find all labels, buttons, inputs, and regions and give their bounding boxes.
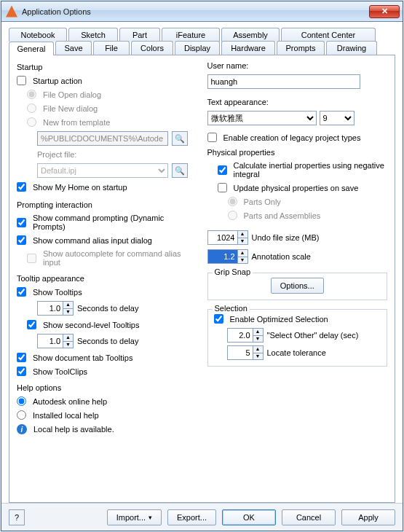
second-level-checkbox[interactable] <box>27 320 36 329</box>
spin-up[interactable]: ▲ <box>253 346 263 353</box>
tab-part[interactable]: Part <box>119 28 160 42</box>
spin-down[interactable]: ▼ <box>253 336 263 343</box>
update-on-save-checkbox[interactable] <box>218 183 227 192</box>
tab-prompts[interactable]: Prompts <box>277 41 325 55</box>
toolclips-checkbox[interactable] <box>17 367 26 376</box>
locate-tol-label: Locate tolerance <box>267 348 326 357</box>
username-label: User name: <box>207 61 388 70</box>
apply-button[interactable]: Apply <box>341 509 395 525</box>
file-open-label: File Open dialog <box>43 90 101 99</box>
import-button[interactable]: Import... ▾ <box>107 509 162 525</box>
undo-input[interactable] <box>208 231 237 244</box>
ok-button[interactable]: OK <box>222 509 276 525</box>
toolclips-label: Show ToolClips <box>33 367 87 376</box>
select-other-input[interactable] <box>228 329 253 342</box>
show-tooltips-checkbox[interactable] <box>17 287 26 297</box>
locate-tol-row: ▲▼ Locate tolerance <box>227 345 381 360</box>
parts-only-radio <box>228 197 237 206</box>
spin-up[interactable]: ▲ <box>63 302 73 309</box>
help-online-radio[interactable] <box>17 396 26 406</box>
parts-only-label: Parts Only <box>244 197 281 206</box>
project-browse-button[interactable]: 🔍 <box>172 163 188 178</box>
enable-optimized-checkbox[interactable] <box>214 314 223 324</box>
annotation-row: ▲▼ Annotation scale <box>207 249 388 264</box>
tab-notebook[interactable]: Notebook <box>9 28 67 42</box>
spin-up[interactable]: ▲ <box>238 250 247 257</box>
tab-content-center[interactable]: Content Center <box>281 28 376 42</box>
tab-display[interactable]: Display <box>175 41 220 55</box>
select-other-spinner[interactable]: ▲▼ <box>227 328 264 343</box>
username-field[interactable] <box>207 74 360 89</box>
font-combo[interactable]: 微软雅黑 <box>207 111 317 125</box>
spin-down[interactable]: ▼ <box>63 342 73 348</box>
enable-legacy-checkbox[interactable] <box>207 133 217 142</box>
locate-tol-spinner[interactable]: ▲▼ <box>227 345 264 360</box>
spin-up[interactable]: ▲ <box>253 329 263 336</box>
tab-file[interactable]: File <box>93 41 130 55</box>
enable-optimized-label: Enable Optimized Selection <box>230 315 328 324</box>
tabrow-bottom: GeneralSaveFileColorsDisplayHardwareProm… <box>9 41 395 55</box>
locate-tol-input[interactable] <box>228 346 253 359</box>
startup-action-check[interactable]: Startup action <box>17 76 197 85</box>
tab-drawing[interactable]: Drawing <box>326 41 377 55</box>
startup-action-label: Startup action <box>33 77 82 85</box>
spin-up[interactable]: ▲ <box>63 335 73 342</box>
export-button[interactable]: Export... <box>167 509 216 525</box>
template-browse-button[interactable]: 🔍 <box>172 131 188 146</box>
tooltip-delay1-input[interactable] <box>38 302 63 315</box>
command-prompting-checkbox[interactable] <box>17 218 26 227</box>
enable-optimized-row[interactable]: Enable Optimized Selection <box>214 314 381 324</box>
tab-general[interactable]: General <box>9 42 54 55</box>
tooltip-delay2-spinner[interactable]: ▲▼ <box>37 334 74 348</box>
tab-colors[interactable]: Colors <box>131 41 173 55</box>
file-new-radio <box>27 103 36 113</box>
calc-inertial-row[interactable]: Calculate inertial properties using nega… <box>218 161 388 179</box>
toolclips-row[interactable]: Show ToolClips <box>17 367 197 376</box>
tooltip-delay1-label: Seconds to delay <box>77 304 138 313</box>
font-size-combo[interactable]: 9 <box>320 111 355 125</box>
tab-save[interactable]: Save <box>55 41 92 55</box>
tab-ifeature[interactable]: iFeature <box>162 28 220 42</box>
spin-down[interactable]: ▼ <box>63 309 73 316</box>
startup-title: Startup <box>17 63 197 71</box>
update-on-save-row[interactable]: Update physical properties on save <box>218 183 388 192</box>
help-local-radio[interactable] <box>17 410 26 420</box>
doc-tab-tooltips-checkbox[interactable] <box>17 353 26 362</box>
selection-group: Selection Enable Optimized Selection ▲▼ … <box>207 309 388 367</box>
startup-action-checkbox[interactable] <box>17 76 26 85</box>
calc-inertial-label: Calculate inertial properties using nega… <box>234 161 388 179</box>
alias-dialog-row[interactable]: Show command alias input dialog <box>17 235 197 245</box>
spin-down[interactable]: ▼ <box>238 257 247 264</box>
show-home-row[interactable]: Show My Home on startup <box>17 182 197 192</box>
enable-legacy-row[interactable]: Enable creation of legacy project types <box>207 133 388 142</box>
show-tooltips-row[interactable]: Show Tooltips <box>17 287 197 297</box>
doc-tab-tooltips-row[interactable]: Show document tab Tooltips <box>17 353 197 362</box>
annotation-input[interactable] <box>208 250 237 263</box>
annotation-spinner[interactable]: ▲▼ <box>207 249 248 264</box>
grip-snap-options-button[interactable]: Options... <box>271 278 324 294</box>
spin-down[interactable]: ▼ <box>253 353 263 360</box>
spin-down[interactable]: ▼ <box>238 238 247 245</box>
file-new-label: File New dialog <box>43 104 98 113</box>
tab-hardware[interactable]: Hardware <box>221 41 275 55</box>
calc-inertial-checkbox[interactable] <box>218 165 227 175</box>
tooltip-delay1-spinner[interactable]: ▲▼ <box>37 301 74 316</box>
file-new-radio-row: File New dialog <box>27 103 197 113</box>
tab-sketch[interactable]: Sketch <box>68 28 118 42</box>
command-prompting-row[interactable]: Show command prompting (Dynamic Prompts) <box>17 214 197 231</box>
info-icon: i <box>17 424 27 434</box>
help-local-row[interactable]: Installed local help <box>17 410 197 420</box>
second-level-row[interactable]: Show second-level Tooltips <box>27 320 197 329</box>
browse-icon: 🔍 <box>175 134 185 144</box>
alias-dialog-checkbox[interactable] <box>17 235 26 245</box>
cancel-button[interactable]: Cancel <box>282 509 336 525</box>
show-home-checkbox[interactable] <box>17 182 26 192</box>
help-online-row[interactable]: Autodesk online help <box>17 396 197 406</box>
undo-spinner[interactable]: ▲▼ <box>207 230 248 245</box>
spin-up[interactable]: ▲ <box>238 231 247 238</box>
help-button[interactable]: ? <box>9 509 25 525</box>
physical-title: Physical properties <box>207 148 388 157</box>
close-button[interactable]: ✕ <box>369 5 400 18</box>
tooltip-delay2-input[interactable] <box>38 335 63 348</box>
tab-assembly[interactable]: Assembly <box>221 28 280 42</box>
